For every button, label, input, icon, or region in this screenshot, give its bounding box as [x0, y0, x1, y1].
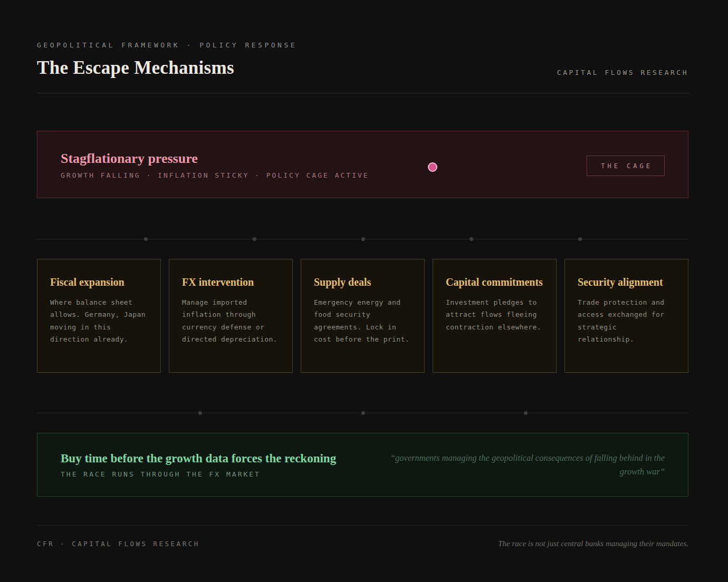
- outcome-banner-quote: “governments managing the geopolitical c…: [377, 451, 665, 478]
- card-supply-deals: Supply deals Emergency energy and food s…: [301, 259, 425, 373]
- the-cage-button[interactable]: THE CAGE: [587, 156, 665, 176]
- card-capital-commitments: Capital commitments Investment pledges t…: [433, 259, 557, 373]
- card-body: Where balance sheet allows. Germany, Jap…: [50, 296, 148, 346]
- connector-node-icon: [144, 237, 148, 241]
- connector-line-top: [37, 239, 688, 239]
- connector-node-icon: [253, 237, 256, 241]
- pressure-banner-title: Stagflationary pressure: [61, 151, 665, 167]
- card-title: Fiscal expansion: [50, 275, 148, 289]
- title-row: The Escape Mechanisms CAPITAL FLOWS RESE…: [37, 57, 688, 79]
- connector-node-icon: [578, 237, 582, 241]
- page-title: The Escape Mechanisms: [37, 57, 234, 79]
- card-security-alignment: Security alignment Trade protection and …: [564, 259, 688, 373]
- card-title: Supply deals: [314, 275, 411, 289]
- card-body: Manage imported inflation through curren…: [182, 296, 280, 346]
- outcome-banner: Buy time before the growth data forces t…: [37, 433, 688, 497]
- card-title: Capital commitments: [446, 275, 543, 289]
- card-title: FX intervention: [182, 275, 280, 289]
- connector-node-icon: [198, 411, 202, 415]
- card-body: Trade protection and access exchanged fo…: [578, 296, 675, 346]
- connector-node-icon: [524, 411, 528, 415]
- page-header: GEOPOLITICAL FRAMEWORK · POLICY RESPONSE…: [37, 0, 688, 93]
- header-divider: [37, 93, 688, 93]
- outcome-banner-subtitle: THE RACE RUNS THROUGH THE FX MARKET: [61, 470, 336, 478]
- outcome-banner-left: Buy time before the growth data forces t…: [61, 452, 336, 478]
- card-fx-intervention: FX intervention Manage imported inflatio…: [169, 259, 293, 373]
- connector-node-icon: [361, 237, 365, 241]
- footer-quote: The race is not just central banks manag…: [498, 539, 688, 548]
- card-title: Security alignment: [578, 275, 675, 289]
- outcome-banner-title: Buy time before the growth data forces t…: [61, 452, 336, 465]
- pressure-banner: Stagflationary pressure GROWTH FALLING ·…: [37, 131, 688, 198]
- mechanism-cards-row: Fiscal expansion Where balance sheet all…: [37, 259, 688, 373]
- card-fiscal-expansion: Fiscal expansion Where balance sheet all…: [37, 259, 161, 373]
- card-body: Emergency energy and food security agree…: [314, 296, 411, 346]
- page-container: GEOPOLITICAL FRAMEWORK · POLICY RESPONSE…: [37, 0, 688, 548]
- page-footer: CFR · CAPITAL FLOWS RESEARCH The race is…: [37, 525, 688, 548]
- connector-line-bottom: [37, 413, 688, 413]
- connector-node-icon: [470, 237, 473, 241]
- org-label: CAPITAL FLOWS RESEARCH: [557, 69, 688, 79]
- breadcrumb: GEOPOLITICAL FRAMEWORK · POLICY RESPONSE: [37, 41, 688, 49]
- status-dot-icon: [428, 162, 437, 172]
- card-body: Investment pledges to attract flows flee…: [446, 296, 543, 333]
- footer-brand: CFR · CAPITAL FLOWS RESEARCH: [37, 540, 200, 548]
- pressure-banner-subtitle: GROWTH FALLING · INFLATION STICKY · POLI…: [61, 171, 665, 179]
- connector-node-icon: [361, 411, 365, 415]
